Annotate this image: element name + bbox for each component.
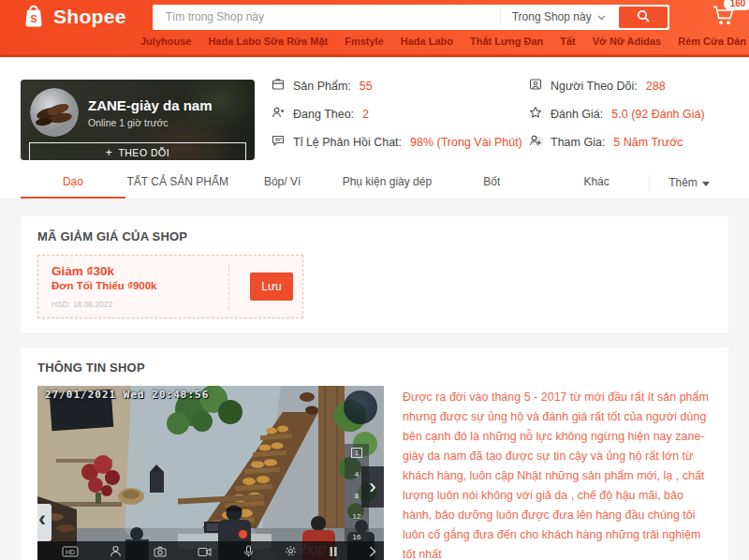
- chevron-down-icon: [702, 176, 710, 189]
- search-scope-dropdown[interactable]: Trong Shop này: [500, 8, 617, 25]
- tab-all-products[interactable]: TẤT CẢ SẢN PHẨM: [125, 167, 230, 199]
- shopee-bag-icon: S: [21, 1, 47, 33]
- follow-button[interactable]: + THEO DÕI: [29, 142, 246, 160]
- hd-icon: HD: [62, 544, 79, 560]
- followers-icon: [529, 78, 542, 94]
- stat-label: Tham Gia:: [551, 136, 605, 149]
- stat-label: Người Theo Dõi:: [551, 80, 638, 93]
- chevron-down-icon: [597, 10, 606, 23]
- stat-label: Tỉ Lệ Phản Hồi Chat:: [293, 136, 402, 149]
- scale-number: 1: [351, 448, 362, 458]
- voucher-section: MÃ GIẢM GIÁ CỦA SHOP Giảm ₫30k Đơn Tối T…: [21, 216, 728, 333]
- svg-text:HD: HD: [66, 549, 75, 555]
- star-icon: [529, 106, 542, 122]
- voucher-card: Giảm ₫30k Đơn Tối Thiểu ₫900k HSD: 18.06…: [37, 255, 303, 318]
- nav-link[interactable]: Tất: [560, 34, 576, 49]
- stat-following[interactable]: Đang Theo: 2: [272, 106, 543, 122]
- tab-more-label: Thêm: [668, 176, 698, 189]
- voucher-expiry: HSD: 18.06.2022: [51, 300, 228, 309]
- shop-photo-carousel: 27/01/2021 Wed 20:48:56 1 4 8 12 16 ‹ › …: [37, 386, 384, 560]
- carousel-next-icon[interactable]: ›: [361, 466, 384, 508]
- scale-number: 4: [355, 470, 359, 479]
- shop-card: ZANE-giày da nam Online 1 giờ trước + TH…: [21, 80, 255, 160]
- stat-label: Sản Phẩm:: [293, 80, 351, 93]
- following-icon: [272, 106, 285, 122]
- voucher-save-button[interactable]: Lưu: [250, 273, 293, 301]
- plus-icon: +: [106, 148, 113, 157]
- scale-number: 16: [353, 533, 361, 541]
- scale-number: 12: [353, 512, 361, 521]
- page-body: MÃ GIẢM GIÁ CỦA SHOP Giảm ₫30k Đơn Tối T…: [0, 199, 749, 560]
- products-icon: [272, 78, 285, 94]
- pause-icon: [329, 544, 338, 560]
- tab-wallets[interactable]: Bóp/ Ví: [230, 167, 335, 199]
- shop-info-title: THÔNG TIN SHOP: [37, 361, 712, 375]
- stat-chat-rate[interactable]: Tỉ Lệ Phản Hồi Chat: 98% (Trong Vài Phút…: [272, 134, 543, 150]
- nav-link[interactable]: Fmstyle: [345, 34, 384, 49]
- cart-icon: [712, 13, 736, 29]
- voucher-discount: Giảm ₫30k: [51, 264, 228, 278]
- carousel-prev-icon[interactable]: ‹: [38, 506, 46, 532]
- stat-followers[interactable]: Người Theo Dõi: 288: [529, 78, 705, 94]
- camera-icon: [154, 544, 167, 560]
- cart-count-badge: 160: [724, 0, 749, 10]
- shopee-logo[interactable]: S Shopee: [21, 1, 126, 33]
- stat-label: Đánh Giá:: [551, 108, 603, 121]
- cart-button[interactable]: 160: [712, 5, 736, 30]
- search-button[interactable]: [619, 7, 668, 28]
- tab-shoe-accessories[interactable]: Phụ kiện giày dép: [334, 167, 439, 199]
- stat-value: 288: [646, 80, 666, 93]
- videocam-icon: [198, 544, 212, 560]
- header: S Shopee Trong Shop này 160: [0, 0, 749, 34]
- stat-label: Đang Theo:: [293, 108, 354, 121]
- mic-icon: [243, 544, 254, 560]
- shop-interior-photo: [37, 386, 384, 560]
- chat-icon: [272, 134, 285, 150]
- shop-stats-left: Sản Phẩm: 55 Đang Theo: 2 Tỉ Lệ Phản Hồi…: [272, 78, 543, 150]
- search-scope-label: Trong Shop này: [512, 10, 592, 23]
- nav-link[interactable]: Rèm Cửa Dán Tường: [678, 34, 749, 49]
- stat-value: 55: [360, 80, 373, 93]
- stat-rating[interactable]: Đánh Giá: 5.0 (92 Đánh Giá): [529, 106, 705, 122]
- tab-boots[interactable]: Bốt: [439, 167, 544, 199]
- shop-online-status: Online 1 giờ trước: [88, 117, 213, 128]
- shop-description: Được ra đời vào tháng 5 - 2017 từ mới đầ…: [403, 388, 712, 560]
- svg-text:S: S: [30, 13, 37, 24]
- shop-info-section: THÔNG TIN SHOP: [21, 347, 728, 560]
- next-media-icon: [369, 544, 376, 560]
- person-icon: [110, 544, 122, 560]
- stat-value: 5 Năm Trước: [613, 136, 683, 149]
- tab-more[interactable]: Thêm: [649, 174, 728, 191]
- search-input[interactable]: [164, 9, 500, 24]
- stat-value: 5.0 (92 Đánh Giá): [611, 108, 704, 121]
- shop-identity: ZANE-giày da nam Online 1 giờ trước: [88, 97, 213, 128]
- follow-button-label: THEO DÕI: [118, 147, 169, 158]
- shop-overview: ZANE-giày da nam Online 1 giờ trước + TH…: [0, 57, 749, 167]
- nav-link[interactable]: Hada Labo: [401, 34, 453, 49]
- camera-timestamp: 27/01/2021 Wed 20:48:56: [45, 389, 209, 401]
- stat-joined[interactable]: Tham Gia: 5 Năm Trước: [529, 134, 705, 150]
- voucher-section-title: MÃ GIẢM GIÁ CỦA SHOP: [37, 229, 712, 243]
- voucher-divider: [228, 264, 229, 309]
- voucher-min-order: Đơn Tối Thiểu ₫900k: [51, 280, 228, 291]
- nav-link[interactable]: Julyhouse: [140, 34, 191, 49]
- camera-control-bar: HD: [37, 541, 384, 560]
- carousel-active-dot[interactable]: [239, 530, 247, 538]
- nav-link[interactable]: Vớ Nữ Adidas: [593, 34, 661, 49]
- tab-dao[interactable]: Dạo: [21, 167, 125, 199]
- shop-stats-right: Người Theo Dõi: 288 Đánh Giá: 5.0 (92 Đá…: [529, 78, 705, 150]
- stat-products[interactable]: Sản Phẩm: 55: [272, 78, 543, 94]
- nav-link[interactable]: Hada Labo Sữa Rửa Mặt: [208, 34, 328, 49]
- search-bar: Trong Shop này: [153, 5, 669, 30]
- settings-icon: [285, 544, 297, 560]
- search-icon: [637, 9, 650, 25]
- scale-number: 8: [355, 492, 359, 500]
- stat-value: 98% (Trong Vài Phút): [410, 136, 522, 149]
- stat-value: 2: [362, 108, 369, 121]
- camera-badge-icon: [344, 391, 377, 424]
- shop-avatar[interactable]: [30, 88, 79, 137]
- shop-name: ZANE-giày da nam: [88, 97, 213, 114]
- tab-other[interactable]: Khác: [544, 167, 649, 199]
- nav-link[interactable]: Thắt Lưng Đan: [470, 34, 543, 49]
- shopee-shop-page: S Shopee Trong Shop này 160: [0, 0, 749, 560]
